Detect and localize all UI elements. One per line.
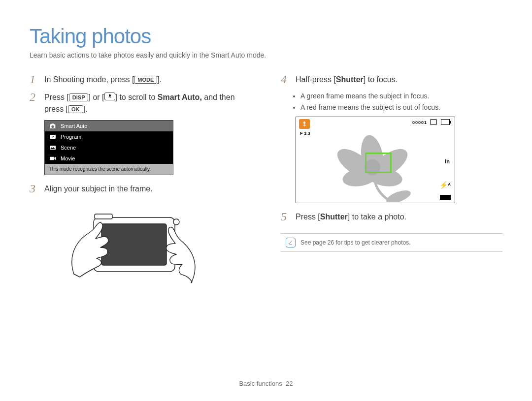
hands-holding-camera-illustration xyxy=(59,200,251,306)
svg-point-7 xyxy=(173,219,179,225)
mode-menu-item-smart-auto: Smart Auto xyxy=(45,121,173,131)
svg-rect-2 xyxy=(50,146,56,150)
mode-menu-item-scene: Scene xyxy=(45,142,173,153)
mode-label: Smart Auto xyxy=(61,123,87,129)
step-text: Align your subject in the frame. xyxy=(44,182,251,195)
shutter-label: Shutter xyxy=(320,213,348,221)
svg-text:P: P xyxy=(52,135,54,138)
mode-button-label: MODE xyxy=(134,76,157,84)
step-text: ] to take a photo. xyxy=(348,213,406,221)
svg-point-14 xyxy=(385,188,412,202)
note-icon xyxy=(286,238,296,247)
mode-label: Movie xyxy=(61,155,75,161)
shutter-label: Shutter xyxy=(336,75,364,84)
macro-button-icon xyxy=(104,93,115,100)
step-text: Press [ xyxy=(44,93,69,101)
step-3: 3 Align your subject in the frame. xyxy=(30,182,251,195)
lcd-preview: F 3.3 00001 In ⚡A xyxy=(296,117,455,203)
tip-box: See page 26 for tips to get clearer phot… xyxy=(281,233,502,252)
mode-menu-caption: This mode recognizes the scene automatic… xyxy=(45,164,173,175)
step-number: 3 xyxy=(30,182,38,195)
footer-page-number: 22 xyxy=(286,380,293,387)
step-text: Half-press [ xyxy=(296,75,336,84)
step-1: 1 In Shooting mode, press [MODE]. xyxy=(30,73,251,86)
step-text: ]. xyxy=(157,75,162,84)
mode-menu-item-program: P Program xyxy=(45,131,173,142)
step-text: In Shooting mode, press [ xyxy=(44,75,134,84)
page-footer: Basic functions 22 xyxy=(0,380,532,387)
step-number: 4 xyxy=(281,73,290,86)
step-text: ] or [ xyxy=(88,93,104,101)
scene-icon xyxy=(49,144,57,151)
camera-p-icon: P xyxy=(49,133,57,140)
step-number: 5 xyxy=(281,210,290,223)
left-column: 1 In Shooting mode, press [MODE]. 2 Pres… xyxy=(30,73,251,306)
smart-auto-label: Smart Auto, xyxy=(158,93,202,101)
step-text: Press [ xyxy=(296,213,320,221)
mode-label: Program xyxy=(61,134,81,140)
step-4: 4 Half-press [Shutter] to focus. xyxy=(281,73,502,86)
step-text: ] to scroll to xyxy=(115,93,158,101)
camera-icon xyxy=(49,123,57,129)
bottom-bar-icon xyxy=(440,195,451,200)
card-icon xyxy=(430,119,437,125)
right-column: 4 Half-press [Shutter] to focus. A green… xyxy=(281,73,502,306)
mode-menu-screenshot: Smart Auto P Program Scene Movie This mo… xyxy=(44,120,173,175)
step-5: 5 Press [Shutter] to take a photo. xyxy=(281,210,502,223)
mode-label: Scene xyxy=(61,145,76,151)
shots-remaining: 00001 xyxy=(412,120,427,125)
step-text: ]. xyxy=(83,105,88,113)
battery-icon xyxy=(441,119,450,125)
step-text: ] to focus. xyxy=(364,75,398,84)
disp-button-label: DISP xyxy=(69,93,89,101)
svg-rect-6 xyxy=(95,214,112,219)
in-indicator: In xyxy=(445,158,450,164)
step-number: 1 xyxy=(30,73,38,86)
ok-button-label: OK xyxy=(68,105,83,113)
footer-section: Basic functions xyxy=(239,380,282,387)
page-subtitle: Learn basic actions to take photos easil… xyxy=(30,51,502,59)
movie-icon xyxy=(49,155,57,162)
focus-frame xyxy=(365,153,392,173)
macro-icon xyxy=(299,119,310,129)
page-title: Taking photos xyxy=(30,25,502,48)
svg-rect-5 xyxy=(101,224,166,265)
aperture-readout: F 3.3 xyxy=(300,131,310,136)
svg-rect-3 xyxy=(50,157,54,160)
bullet-red-frame: A red frame means the subject is out of … xyxy=(300,102,502,113)
step-2: 2 Press [DISP] or [] to scroll to Smart … xyxy=(30,91,251,115)
step-number: 2 xyxy=(30,91,38,115)
bullet-green-frame: A green frame means the subject in focus… xyxy=(300,91,502,101)
mode-menu-item-movie: Movie xyxy=(45,153,173,164)
tip-text: See page 26 for tips to get clearer phot… xyxy=(300,239,410,246)
flash-auto-icon: ⚡A xyxy=(439,181,451,189)
